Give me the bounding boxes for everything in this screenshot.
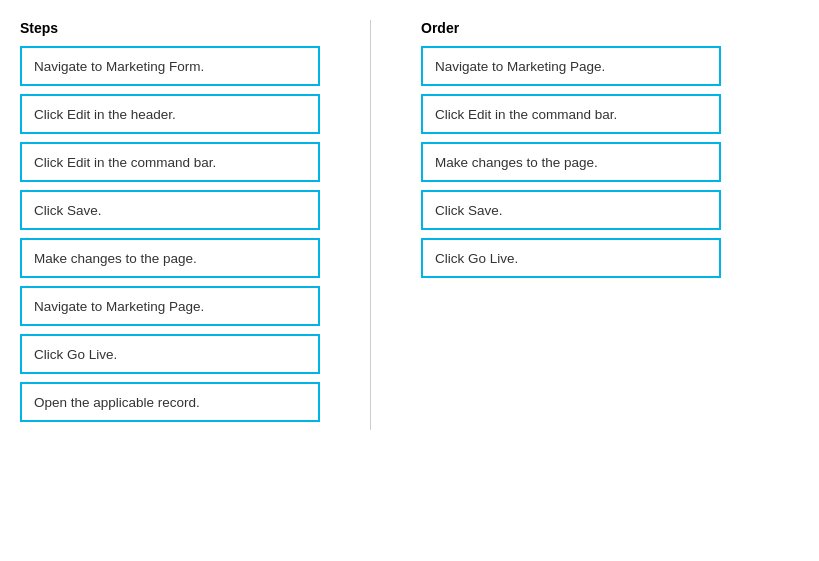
order-column: Order Navigate to Marketing Page.Click E… bbox=[421, 20, 721, 286]
steps-item-5[interactable]: Navigate to Marketing Page. bbox=[20, 286, 320, 326]
steps-column: Steps Navigate to Marketing Form.Click E… bbox=[20, 20, 320, 430]
order-item-2[interactable]: Make changes to the page. bbox=[421, 142, 721, 182]
order-item-1[interactable]: Click Edit in the command bar. bbox=[421, 94, 721, 134]
order-item-0[interactable]: Navigate to Marketing Page. bbox=[421, 46, 721, 86]
steps-item-1[interactable]: Click Edit in the header. bbox=[20, 94, 320, 134]
steps-item-7[interactable]: Open the applicable record. bbox=[20, 382, 320, 422]
steps-item-6[interactable]: Click Go Live. bbox=[20, 334, 320, 374]
order-header: Order bbox=[421, 20, 721, 36]
steps-item-0[interactable]: Navigate to Marketing Form. bbox=[20, 46, 320, 86]
steps-item-4[interactable]: Make changes to the page. bbox=[20, 238, 320, 278]
steps-item-2[interactable]: Click Edit in the command bar. bbox=[20, 142, 320, 182]
order-item-4[interactable]: Click Go Live. bbox=[421, 238, 721, 278]
main-container: Steps Navigate to Marketing Form.Click E… bbox=[20, 20, 799, 430]
order-item-3[interactable]: Click Save. bbox=[421, 190, 721, 230]
steps-header: Steps bbox=[20, 20, 320, 36]
column-divider bbox=[370, 20, 371, 430]
steps-item-3[interactable]: Click Save. bbox=[20, 190, 320, 230]
